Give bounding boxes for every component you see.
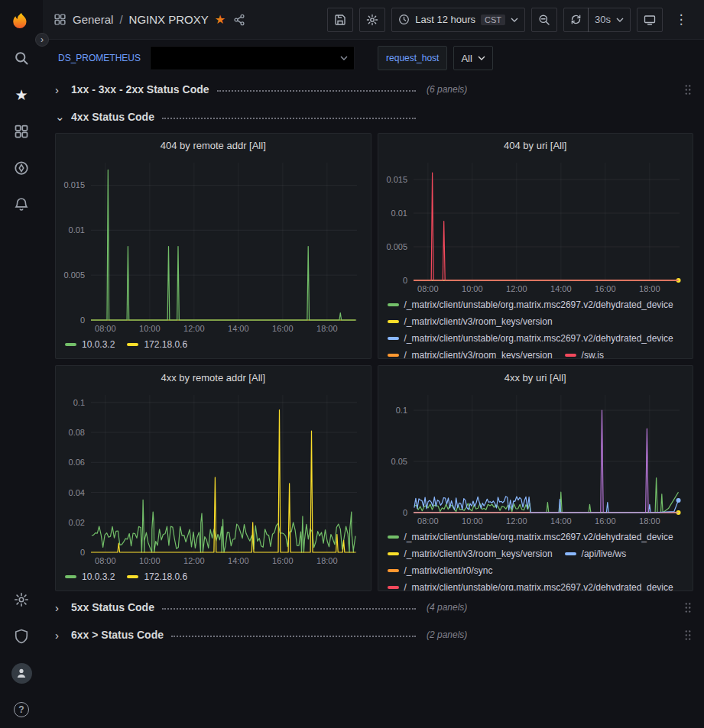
zoom-out-time-button[interactable]: [531, 8, 557, 32]
sidebar-item-search[interactable]: [0, 40, 43, 76]
time-range-picker[interactable]: Last 12 hours CST: [391, 8, 525, 32]
variable-ds-value-select[interactable]: [150, 46, 355, 70]
chart-canvas[interactable]: 08:0010:0012:0014:0016:0018:0000.0050.01…: [380, 157, 689, 296]
x-tick-label: 16:00: [595, 284, 616, 293]
dashboard-settings-button[interactable]: [359, 8, 385, 32]
panel-title[interactable]: 404 by remote addr [All]: [56, 134, 371, 157]
y-tick-label: 0.015: [386, 175, 407, 184]
panel-title[interactable]: 404 by uri [All]: [378, 134, 693, 157]
x-tick-label: 14:00: [228, 556, 249, 565]
y-tick-label: 0: [402, 276, 407, 285]
grafana-logo[interactable]: [10, 6, 33, 40]
favorite-star-icon[interactable]: ★: [215, 14, 225, 26]
tv-mode-button[interactable]: [637, 8, 663, 32]
x-tick-label: 08:00: [95, 324, 116, 333]
share-icon[interactable]: [233, 14, 245, 26]
y-tick-label: 0.1: [73, 398, 85, 407]
sidebar-item-profile[interactable]: [0, 655, 43, 691]
kebab-icon: ⋮: [675, 11, 688, 28]
chevron-right-icon: ›: [55, 629, 67, 642]
grafana-flame-icon: [10, 11, 33, 34]
refresh-interval-picker[interactable]: 30s: [588, 8, 631, 32]
x-tick-label: 12:00: [183, 556, 205, 565]
legend-label: /_matrix/client/v3/room_keys/version: [404, 348, 553, 358]
chart-canvas[interactable]: 08:0010:0012:0014:0016:0018:0000.0050.01…: [57, 157, 366, 335]
panel-title[interactable]: 4xx by uri [All]: [378, 366, 693, 389]
legend-item[interactable]: /_matrix/client/unstable/org.matrix.msc2…: [388, 529, 673, 545]
legend-item[interactable]: 10.0.3.2: [65, 569, 115, 584]
sidebar: ★: [0, 0, 43, 728]
legend-label: 10.0.3.2: [82, 569, 115, 584]
panel-4xx-by-remote-addr: 4xx by remote addr [All] 08:0010:0012:00…: [55, 365, 371, 591]
row-header-4xx[interactable]: ⌄ 4xx Status Code: [55, 105, 693, 128]
legend-item[interactable]: /_matrix/client/unstable/org.matrix.msc2…: [388, 331, 673, 346]
x-tick-label: 10:00: [139, 556, 161, 565]
legend-item[interactable]: /_matrix/client/v3/room_keys/version: [388, 546, 553, 561]
legend-item[interactable]: /_matrix/client/r0/sync: [388, 563, 493, 578]
breadcrumb-separator: /: [119, 13, 122, 26]
legend-label: /_matrix/client/unstable/org.matrix.msc2…: [404, 529, 673, 545]
x-tick-label: 08:00: [95, 556, 116, 565]
variable-ds-label[interactable]: DS_PROMETHEUS: [55, 53, 144, 63]
legend-item[interactable]: 172.18.0.6: [127, 569, 187, 584]
sidebar-item-help[interactable]: ?: [0, 691, 43, 728]
save-dashboard-button[interactable]: [327, 8, 353, 32]
legend-item[interactable]: /_matrix/client/unstable/org.matrix.msc2…: [388, 580, 673, 590]
row-header-6xx[interactable]: › 6xx > Status Code (2 panels): [55, 623, 693, 646]
row-panel-count: (6 panels): [427, 84, 467, 95]
row-header-1xx-3xx-2xx[interactable]: › 1xx - 3xx - 2xx Status Code (6 panels): [55, 78, 693, 101]
panel-chart[interactable]: 08:0010:0012:0014:0016:0018:0000.0050.01…: [57, 157, 366, 335]
more-options-button[interactable]: ⋮: [669, 8, 693, 32]
sidebar-expand-button[interactable]: ›: [35, 33, 49, 47]
sidebar-item-alerting[interactable]: [0, 186, 43, 223]
legend-swatch: [388, 535, 399, 539]
dashboards-grid-icon: [14, 124, 29, 139]
search-icon: [14, 50, 29, 66]
legend-item[interactable]: /api/live/ws: [565, 546, 627, 561]
zoom-out-icon: [538, 14, 550, 26]
clock-icon: [398, 14, 410, 25]
legend-item[interactable]: /sw.js: [565, 348, 604, 358]
row-drag-handle-icon[interactable]: [684, 629, 693, 641]
sidebar-item-explore[interactable]: [0, 150, 43, 186]
legend-label: /sw.js: [582, 348, 604, 358]
dashboard-title[interactable]: NGINX PROXY: [129, 13, 209, 26]
chart-canvas[interactable]: 08:0010:0012:0014:0016:0018:0000.050.1: [380, 389, 689, 528]
row-drag-handle-icon[interactable]: [684, 602, 693, 613]
panel-chart[interactable]: 08:0010:0012:0014:0016:0018:0000.050.1: [380, 389, 689, 528]
sidebar-item-configuration[interactable]: [0, 581, 43, 618]
x-tick-label: 08:00: [417, 516, 439, 526]
sidebar-item-starred[interactable]: ★: [0, 76, 43, 113]
variable-host-label[interactable]: request_host: [378, 46, 447, 70]
sidebar-item-server-admin[interactable]: [0, 618, 43, 655]
row-drag-handle-icon[interactable]: [684, 84, 693, 95]
panel-chart[interactable]: 08:0010:0012:0014:0016:0018:0000.020.040…: [57, 389, 366, 568]
legend-swatch: [65, 575, 76, 578]
help-question-mark: ?: [18, 704, 24, 715]
x-tick-label: 16:00: [272, 324, 294, 333]
refresh-icon: [570, 14, 582, 25]
row-dotted-line: [217, 90, 416, 92]
legend-swatch: [388, 552, 399, 555]
monitor-icon: [644, 14, 656, 26]
save-icon: [334, 14, 346, 26]
variable-host-value-select[interactable]: All: [453, 46, 492, 70]
gear-icon: [366, 14, 378, 26]
breadcrumb-section[interactable]: General: [73, 13, 113, 26]
legend-item[interactable]: /_matrix/client/v3/room_keys/version: [388, 314, 553, 329]
legend-item[interactable]: 10.0.3.2: [65, 337, 115, 352]
y-tick-label: 0.1: [395, 406, 407, 415]
legend-item[interactable]: /_matrix/client/v3/room_keys/version: [388, 348, 553, 358]
legend-item[interactable]: /_matrix/client/unstable/org.matrix.msc2…: [388, 297, 673, 312]
sidebar-item-dashboards[interactable]: [0, 113, 43, 150]
y-tick-label: 0.015: [63, 180, 85, 189]
legend-item[interactable]: 172.18.0.6: [127, 337, 187, 352]
refresh-button[interactable]: [563, 8, 589, 32]
panel-chart[interactable]: 08:0010:0012:0014:0016:0018:0000.0050.01…: [380, 157, 689, 296]
chart-canvas[interactable]: 08:0010:0012:0014:0016:0018:0000.020.040…: [57, 389, 366, 568]
panel-title[interactable]: 4xx by remote addr [All]: [56, 366, 371, 389]
x-tick-label: 14:00: [550, 284, 572, 293]
y-tick-label: 0.06: [69, 458, 85, 467]
legend-swatch: [388, 320, 399, 323]
row-header-5xx[interactable]: › 5xx Status Code (4 panels): [55, 596, 693, 619]
